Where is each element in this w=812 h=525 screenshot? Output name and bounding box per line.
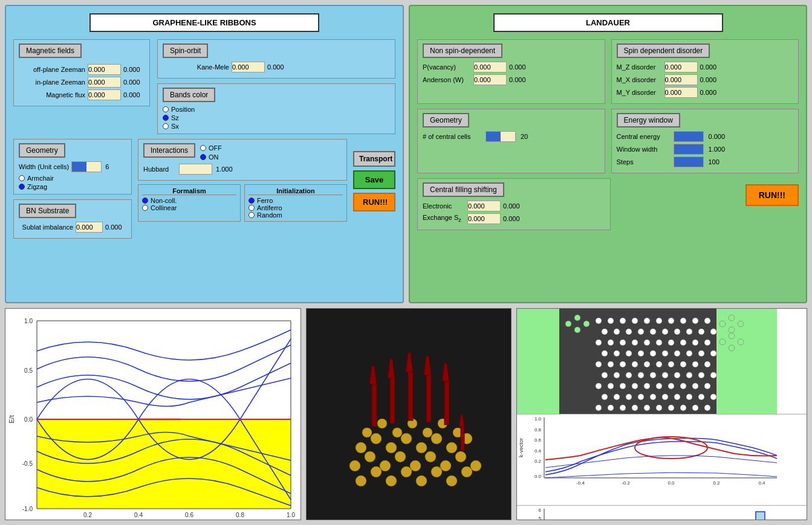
- svg-point-157: [656, 405, 662, 411]
- kvector-chart: k-vector 1.0 0.8 0.6 0.4 0.2 0.0 -0.4 -0…: [517, 414, 807, 506]
- ferro-option[interactable]: Ferro: [248, 197, 343, 204]
- transport-button[interactable]: Transport: [353, 151, 395, 167]
- bottom-row: 1.0 0.5 0.0 -0.5 -1.0 E/t 0.2 0.4 0.6 0.…: [0, 308, 812, 525]
- svg-point-37: [356, 442, 366, 453]
- svg-point-83: [614, 329, 620, 335]
- honeycomb-svg: [517, 309, 807, 414]
- svg-point-35: [455, 451, 466, 462]
- random-option[interactable]: Random: [248, 211, 343, 219]
- width-slider[interactable]: [71, 161, 102, 172]
- my-row: M_Y disorder 0.000: [617, 87, 794, 98]
- svg-point-68: [565, 321, 571, 327]
- collinear-option[interactable]: Collinear: [142, 204, 236, 211]
- svg-point-28: [349, 460, 360, 471]
- svg-point-91: [710, 329, 716, 335]
- position-label: Position: [171, 106, 195, 113]
- bn-substrate-label: BN Substrate: [19, 204, 76, 218]
- bands-color-options: Position Sz Sx: [163, 106, 390, 130]
- svg-point-88: [674, 329, 680, 335]
- offplane-input[interactable]: [88, 64, 121, 75]
- window-width-slider[interactable]: [674, 144, 704, 155]
- sublat-input[interactable]: [76, 222, 103, 233]
- sublat-value: 0.000: [105, 224, 126, 231]
- pvacancy-input[interactable]: [473, 62, 507, 72]
- svg-point-124: [626, 372, 632, 378]
- svg-point-152: [596, 405, 602, 411]
- svg-point-95: [632, 340, 638, 346]
- armchair-option[interactable]: Armchair: [19, 175, 126, 182]
- svg-point-23: [401, 466, 412, 477]
- svg-point-139: [680, 383, 686, 389]
- inplane-input[interactable]: [88, 77, 121, 88]
- transmission-svg: Transmission 6 5 4 3 2 1 0 -0.4 -0.2 0.0…: [517, 506, 807, 520]
- antiferro-option[interactable]: Antiferro: [248, 204, 343, 211]
- off-radio: [200, 145, 206, 151]
- svg-point-119: [680, 361, 686, 367]
- initialization-section: Initialization Ferro Antiferro: [244, 184, 347, 222]
- electronic-input[interactable]: [467, 201, 501, 211]
- run-button-left[interactable]: RUN!!!: [353, 193, 395, 211]
- svg-text:0.2: 0.2: [713, 480, 720, 486]
- svg-rect-60: [444, 381, 449, 425]
- my-input[interactable]: [664, 87, 698, 98]
- svg-point-117: [656, 361, 662, 367]
- svg-point-115: [632, 361, 638, 367]
- magflux-input[interactable]: [88, 89, 121, 100]
- svg-point-168: [738, 339, 744, 345]
- svg-point-113: [608, 361, 614, 367]
- inplane-value: 0.000: [123, 79, 145, 86]
- ferro-radio: [248, 198, 255, 204]
- on-option[interactable]: ON: [200, 153, 222, 161]
- bands-sz-option[interactable]: Sz: [163, 114, 390, 121]
- svg-point-159: [680, 405, 686, 411]
- magflux-row: Magnetic flux 0.000: [19, 89, 145, 100]
- random-radio: [248, 212, 255, 218]
- svg-rect-58: [426, 375, 431, 422]
- exchange-input[interactable]: [467, 213, 501, 224]
- kanemele-input[interactable]: [232, 62, 265, 72]
- band-chart: 1.0 0.5 0.0 -0.5 -1.0 E/t 0.2 0.4 0.6 0.…: [5, 308, 301, 520]
- svg-point-131: [710, 372, 716, 378]
- magflux-label: Magnetic flux: [19, 91, 85, 98]
- pvacancy-label: P(vacancy): [423, 63, 471, 71]
- svg-point-85: [638, 329, 644, 335]
- svg-text:0.6: 0.6: [185, 512, 193, 518]
- zigzag-option[interactable]: Zigzag: [19, 183, 126, 190]
- steps-slider[interactable]: [674, 156, 704, 167]
- svg-point-82: [602, 329, 608, 335]
- svg-rect-65: [517, 309, 559, 414]
- collinear-label: Collinear: [151, 204, 177, 211]
- run-button-right[interactable]: RUN!!!: [745, 184, 799, 206]
- inplane-zeeman-row: in-plane Zeeman 0.000: [19, 77, 145, 88]
- svg-point-29: [365, 451, 375, 462]
- my-label: M_Y disorder: [617, 89, 662, 96]
- mz-input[interactable]: [664, 62, 698, 72]
- anderson-input[interactable]: [473, 74, 507, 85]
- central-energy-value: 0.000: [709, 133, 726, 140]
- svg-point-80: [692, 318, 698, 324]
- bands-position-option[interactable]: Position: [163, 106, 390, 113]
- central-energy-slider[interactable]: [674, 131, 704, 142]
- svg-point-33: [425, 451, 436, 462]
- svg-rect-67: [559, 309, 716, 414]
- svg-point-132: [596, 383, 602, 389]
- width-row: Width (Unit cells) 6: [19, 161, 126, 172]
- sz-radio: [163, 115, 169, 121]
- save-button[interactable]: Save: [353, 170, 395, 189]
- kvector-svg: k-vector 1.0 0.8 0.6 0.4 0.2 0.0 -0.4 -0…: [517, 414, 807, 505]
- central-cells-slider[interactable]: [486, 131, 516, 142]
- svg-point-30: [380, 460, 391, 471]
- hubbard-slider[interactable]: [179, 164, 212, 175]
- mz-label: M_Z disorder: [617, 63, 662, 71]
- off-option[interactable]: OFF: [200, 144, 222, 152]
- noncoll-option[interactable]: Non-coll.: [142, 197, 236, 204]
- bands-sx-option[interactable]: Sx: [163, 123, 390, 130]
- width-label: Width (Unit cells): [19, 163, 69, 170]
- mx-input[interactable]: [664, 74, 698, 85]
- offon-group: OFF ON: [200, 144, 222, 161]
- mx-label: M_X disorder: [617, 76, 662, 83]
- my-value: 0.000: [700, 89, 721, 96]
- window-width-label: Window width: [617, 146, 671, 153]
- svg-point-155: [632, 405, 638, 411]
- svg-point-121: [704, 361, 710, 367]
